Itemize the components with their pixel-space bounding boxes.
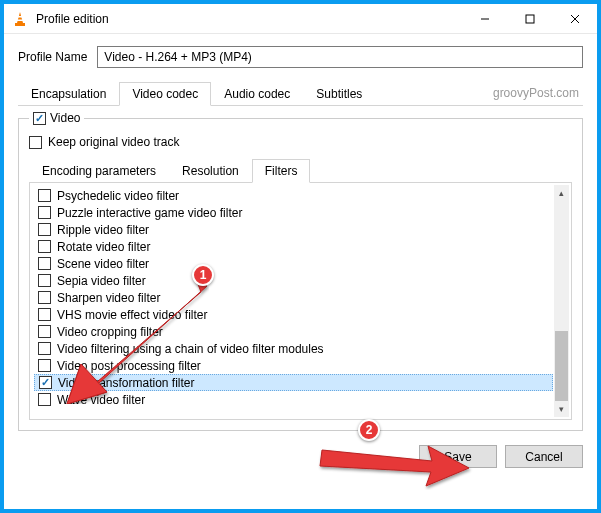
maximize-button[interactable]: [507, 4, 552, 34]
filter-checkbox[interactable]: [38, 189, 51, 202]
filter-checkbox[interactable]: [38, 274, 51, 287]
video-checkbox[interactable]: [33, 112, 46, 125]
filter-label: Scene video filter: [57, 257, 149, 271]
filter-row[interactable]: Rotate video filter: [34, 238, 553, 255]
keep-original-checkbox[interactable]: [29, 136, 42, 149]
filter-checkbox[interactable]: [38, 206, 51, 219]
filter-checkbox[interactable]: [38, 359, 51, 372]
tab-encapsulation[interactable]: Encapsulation: [18, 82, 119, 106]
filter-checkbox[interactable]: [38, 240, 51, 253]
svg-rect-2: [17, 19, 24, 21]
watermark: groovyPost.com: [493, 86, 579, 100]
svg-rect-3: [15, 23, 25, 26]
minimize-button[interactable]: [462, 4, 507, 34]
filter-row[interactable]: Sharpen video filter: [34, 289, 553, 306]
inner-tab-filters[interactable]: Filters: [252, 159, 311, 183]
scrollbar[interactable]: ▴ ▾: [554, 185, 569, 417]
filter-checkbox[interactable]: [38, 393, 51, 406]
filter-label: Video post processing filter: [57, 359, 201, 373]
filter-row[interactable]: Scene video filter: [34, 255, 553, 272]
callout-1: 1: [192, 264, 214, 286]
filter-label: Video transformation filter: [58, 376, 195, 390]
filter-row[interactable]: Puzzle interactive game video filter: [34, 204, 553, 221]
filter-label: Ripple video filter: [57, 223, 149, 237]
filter-checkbox[interactable]: [38, 342, 51, 355]
tab-audio-codec[interactable]: Audio codec: [211, 82, 303, 106]
filters-panel: Psychedelic video filterPuzzle interacti…: [29, 183, 572, 420]
svg-rect-5: [526, 15, 534, 23]
filter-label: Psychedelic video filter: [57, 189, 179, 203]
keep-original-label: Keep original video track: [48, 135, 179, 149]
filter-checkbox[interactable]: [38, 325, 51, 338]
scroll-down-button[interactable]: ▾: [554, 401, 569, 417]
tab-subtitles[interactable]: Subtitles: [303, 82, 375, 106]
profile-name-input[interactable]: [97, 46, 583, 68]
filter-row[interactable]: Video transformation filter: [34, 374, 553, 391]
filter-label: VHS movie effect video filter: [57, 308, 208, 322]
filter-label: Rotate video filter: [57, 240, 150, 254]
filter-checkbox[interactable]: [39, 376, 52, 389]
scroll-thumb[interactable]: [555, 331, 568, 401]
close-button[interactable]: [552, 4, 597, 34]
inner-tab-resolution[interactable]: Resolution: [169, 159, 252, 183]
filter-checkbox[interactable]: [38, 308, 51, 321]
filter-checkbox[interactable]: [38, 291, 51, 304]
svg-rect-1: [17, 16, 23, 18]
vlc-icon: [12, 11, 28, 27]
filter-row[interactable]: Sepia video filter: [34, 272, 553, 289]
save-button[interactable]: Save: [419, 445, 497, 468]
filter-row[interactable]: VHS movie effect video filter: [34, 306, 553, 323]
profile-name-label: Profile Name: [18, 50, 87, 64]
video-groupbox: Video Keep original video track Encoding…: [18, 118, 583, 431]
codec-tabs: EncapsulationVideo codecAudio codecSubti…: [18, 82, 583, 106]
filter-row[interactable]: Video cropping filter: [34, 323, 553, 340]
filter-row[interactable]: Video post processing filter: [34, 357, 553, 374]
filter-row[interactable]: Ripple video filter: [34, 221, 553, 238]
filter-label: Sepia video filter: [57, 274, 146, 288]
titlebar: Profile edition: [4, 4, 597, 34]
filter-label: Video filtering using a chain of video f…: [57, 342, 324, 356]
inner-tab-encoding-parameters[interactable]: Encoding parameters: [29, 159, 169, 183]
window-title: Profile edition: [36, 12, 462, 26]
filter-label: Puzzle interactive game video filter: [57, 206, 242, 220]
filter-label: Wave video filter: [57, 393, 145, 407]
filter-row[interactable]: Video filtering using a chain of video f…: [34, 340, 553, 357]
filter-label: Sharpen video filter: [57, 291, 160, 305]
filter-checkbox[interactable]: [38, 223, 51, 236]
filter-label: Video cropping filter: [57, 325, 163, 339]
scroll-up-button[interactable]: ▴: [554, 185, 569, 201]
filter-row[interactable]: Wave video filter: [34, 391, 553, 408]
filter-row[interactable]: Psychedelic video filter: [34, 187, 553, 204]
inner-tabs: Encoding parametersResolutionFilters: [29, 159, 572, 183]
tab-video-codec[interactable]: Video codec: [119, 82, 211, 106]
video-legend-label: Video: [50, 111, 80, 125]
cancel-button[interactable]: Cancel: [505, 445, 583, 468]
filter-checkbox[interactable]: [38, 257, 51, 270]
callout-2: 2: [358, 419, 380, 441]
